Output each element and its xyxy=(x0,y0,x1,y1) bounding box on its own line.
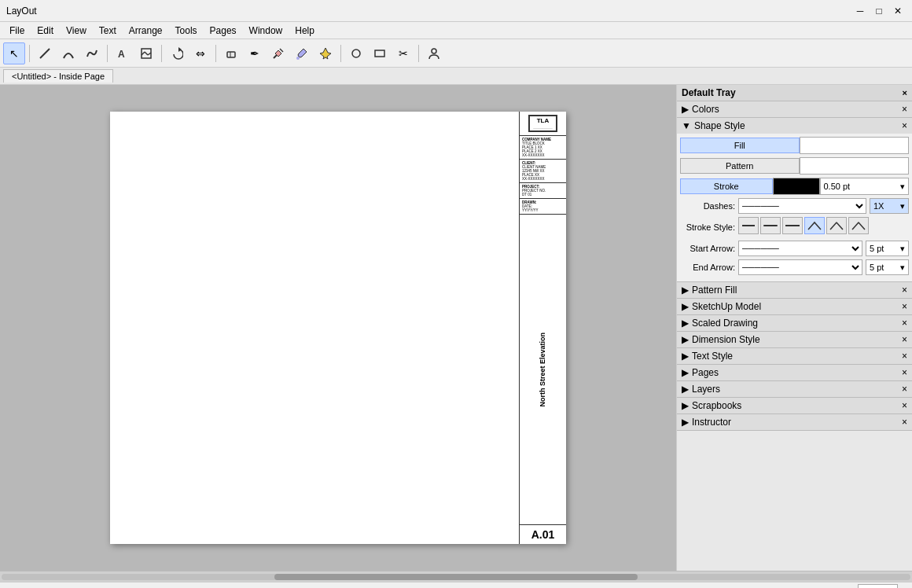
canvas-area[interactable]: TLA ___________ COMPANY NAME TITLE BLOCK… xyxy=(0,85,676,571)
tool-cut[interactable]: ✂ xyxy=(392,42,414,64)
start-arrow-size[interactable]: 5 pt ▾ xyxy=(866,241,909,256)
tool-arc[interactable] xyxy=(57,42,79,64)
panel-close-btn[interactable]: × xyxy=(903,88,907,97)
stroke-style-btn-2[interactable] xyxy=(760,217,781,234)
svg-point-11 xyxy=(296,57,300,60)
svg-line-9 xyxy=(280,49,283,52)
client-section: CLIENT: CLIENT NAME 12345 NW XX PLACE XX… xyxy=(520,160,566,183)
close-button[interactable]: ✕ xyxy=(890,3,906,19)
scrapbooks-close-btn[interactable]: × xyxy=(902,400,907,411)
menu-text[interactable]: Text xyxy=(93,24,123,38)
rotate-icon xyxy=(171,47,183,60)
tab-inside-page[interactable]: <Untitled> - Inside Page xyxy=(3,69,113,83)
end-arrow-label: End Arrow: xyxy=(680,263,735,272)
stroke-style-btn-1[interactable] xyxy=(738,217,759,234)
stroke-size-value: 0.50 pt xyxy=(824,182,851,191)
svg-rect-14 xyxy=(375,50,384,57)
restore-button[interactable]: □ xyxy=(871,3,887,19)
tool-circle[interactable] xyxy=(345,42,367,64)
rect-icon xyxy=(373,47,386,60)
section-dimension-style[interactable]: ▶ Dimension Style × xyxy=(677,332,912,348)
sketchup-label: SketchUp Model xyxy=(692,301,761,312)
tool-scale[interactable]: ⇔ xyxy=(189,42,211,64)
fill-pattern-stroke-row: Fill xyxy=(680,137,909,154)
shape-style-close-btn[interactable]: × xyxy=(902,120,907,131)
section-scaled-drawing[interactable]: ▶ Scaled Drawing × xyxy=(677,315,912,332)
section-instructor[interactable]: ▶ Instructor × xyxy=(677,414,912,431)
menu-pages[interactable]: Pages xyxy=(204,24,243,38)
tool-paint[interactable] xyxy=(291,42,313,64)
menu-view[interactable]: View xyxy=(60,24,93,38)
tool-rect[interactable] xyxy=(369,42,391,64)
tool-freehand[interactable] xyxy=(81,42,103,64)
right-panel: Default Tray × ▶ Colors × ▼ Shape Style … xyxy=(676,85,912,571)
pattern-color-preview[interactable] xyxy=(800,157,910,175)
end-arrow-size-dropdown-icon[interactable]: ▾ xyxy=(900,263,905,273)
main-area: TLA ___________ COMPANY NAME TITLE BLOCK… xyxy=(0,85,912,571)
menu-help[interactable]: Help xyxy=(289,24,321,38)
scrapbooks-label: Scrapbooks xyxy=(692,400,741,411)
shape-style-header[interactable]: ▼ Shape Style × xyxy=(677,118,912,134)
stroke-style-btn-5[interactable] xyxy=(826,217,847,234)
hscroll-thumb[interactable] xyxy=(274,574,638,580)
stroke-color-preview[interactable] xyxy=(773,178,820,195)
hscroll-track[interactable] xyxy=(2,574,910,580)
section-sketchup-model[interactable]: ▶ SketchUp Model × xyxy=(677,299,912,315)
tool-rotate[interactable] xyxy=(166,42,188,64)
menu-edit[interactable]: Edit xyxy=(31,24,60,38)
start-arrow-select[interactable]: ────── ─────▶ ◀───── xyxy=(738,241,862,256)
dashes-dropdown-icon[interactable]: ▾ xyxy=(900,201,905,211)
tool-text[interactable]: A xyxy=(112,42,134,64)
fill-button[interactable]: Fill xyxy=(680,138,800,153)
tool-person[interactable] xyxy=(423,42,445,64)
stroke-button[interactable]: Stroke xyxy=(680,178,773,194)
minimize-button[interactable]: ─ xyxy=(852,3,868,19)
colors-close-btn[interactable]: × xyxy=(902,104,907,115)
tool-eyedropper[interactable] xyxy=(267,42,289,64)
stroke-style-btn-3[interactable] xyxy=(782,217,803,234)
zoom-select[interactable]: 27% 50% 75% 100% xyxy=(858,584,898,589)
section-scrapbooks[interactable]: ▶ Scrapbooks × xyxy=(677,398,912,414)
tool-pencil[interactable]: ✒ xyxy=(244,42,266,64)
menu-arrange[interactable]: Arrange xyxy=(123,24,169,38)
layers-close-btn[interactable]: × xyxy=(902,384,907,395)
pattern-fill-label: Pattern Fill xyxy=(692,285,737,296)
end-arrow-select[interactable]: ────── ─────▶ ◀───── xyxy=(738,259,862,275)
stroke-size-dropdown-icon[interactable]: ▾ xyxy=(900,182,905,192)
section-layers[interactable]: ▶ Layers × xyxy=(677,381,912,398)
text-style-close-btn[interactable]: × xyxy=(902,351,907,362)
sketchup-close-btn[interactable]: × xyxy=(902,301,907,312)
menu-file[interactable]: File xyxy=(3,24,31,38)
tool-insert-image[interactable] xyxy=(135,42,157,64)
menu-tools[interactable]: Tools xyxy=(169,24,204,38)
fill-color-preview[interactable] xyxy=(800,137,910,154)
pattern-fill-close-btn[interactable]: × xyxy=(902,285,907,296)
tool-line[interactable] xyxy=(34,42,56,64)
project-section: PROJECT: PROJECT NO. DT 01 xyxy=(520,183,566,199)
tool-eraser[interactable] xyxy=(220,42,242,64)
section-pages[interactable]: ▶ Pages × xyxy=(677,365,912,381)
start-arrow-size-dropdown-icon[interactable]: ▾ xyxy=(900,244,905,254)
section-text-style[interactable]: ▶ Text Style × xyxy=(677,348,912,365)
hscrollbar[interactable] xyxy=(0,571,912,582)
dimension-label: Dimension Style xyxy=(692,334,760,345)
scaled-arrow-icon: ▶ xyxy=(682,318,689,329)
tool-select[interactable]: ↖ xyxy=(3,42,25,64)
menu-window[interactable]: Window xyxy=(243,24,289,38)
stroke-style-btn-6[interactable] xyxy=(848,217,869,234)
pages-close-btn[interactable]: × xyxy=(902,367,907,378)
stroke-style-btn-4[interactable] xyxy=(804,217,825,234)
scaled-close-btn[interactable]: × xyxy=(902,318,907,329)
pattern-button[interactable]: Pattern xyxy=(680,158,800,174)
instructor-close-btn[interactable]: × xyxy=(902,417,907,428)
dimension-close-btn[interactable]: × xyxy=(902,334,907,345)
stroke-style-join-icon xyxy=(807,220,822,231)
dashes-value-display[interactable]: 1X ▾ xyxy=(870,198,909,214)
tool-pin[interactable] xyxy=(314,42,336,64)
section-colors[interactable]: ▶ Colors × xyxy=(677,101,912,118)
end-arrow-size[interactable]: 5 pt ▾ xyxy=(866,259,909,275)
section-pattern-fill[interactable]: ▶ Pattern Fill × xyxy=(677,282,912,299)
dashes-select[interactable]: ────── - - - - · · · · xyxy=(738,198,866,214)
toolbar-sep-3 xyxy=(161,45,162,62)
layers-label: Layers xyxy=(692,384,720,395)
